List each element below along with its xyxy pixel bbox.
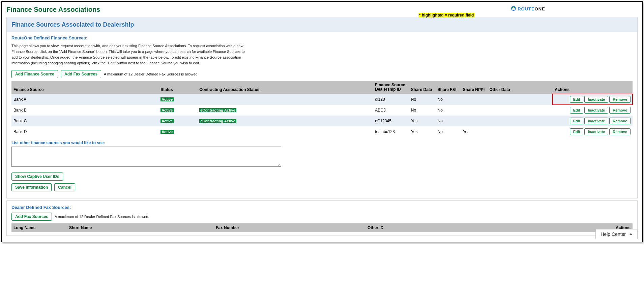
- cell-status: Active: [158, 126, 197, 137]
- th-other-data: Other Data: [487, 81, 553, 94]
- finance-sources-panel: Finance Sources Associated to Dealership…: [6, 17, 638, 198]
- inactivate-button[interactable]: Inactivate: [584, 96, 608, 103]
- table-row: Bank AActivedl123NoNoEditInactivateRemov…: [11, 94, 633, 105]
- cell-sf: No: [436, 116, 461, 126]
- cell-sn: [461, 94, 488, 105]
- cas-badge: eContracting Active: [199, 108, 236, 112]
- add-finance-source-button[interactable]: Add Finance Source: [11, 70, 58, 78]
- help-center-button[interactable]: Help Center: [595, 229, 638, 239]
- required-field-note: * highlighted = required field: [418, 13, 474, 18]
- cell-sn: [461, 105, 488, 116]
- cell-sn: [461, 116, 488, 126]
- fax-max-note: A maximum of 12 Dealer Defined Fax Sourc…: [104, 72, 199, 76]
- cancel-button[interactable]: Cancel: [54, 183, 75, 191]
- cell-status: Active: [158, 94, 197, 105]
- inactivate-button[interactable]: Inactivate: [584, 118, 608, 124]
- status-badge: Active: [160, 97, 174, 101]
- th-short-name: Short Name: [67, 223, 214, 232]
- other-sources-label: List other finance sources you would lik…: [11, 140, 633, 145]
- edit-button[interactable]: Edit: [570, 107, 584, 114]
- cell-cas: eContracting Active: [197, 116, 373, 126]
- remove-button[interactable]: Remove: [609, 118, 631, 124]
- add-fax-sources-button-2[interactable]: Add Fax Sources: [11, 213, 52, 221]
- table-row: Bank CActiveeContracting ActiveeC12345Ye…: [11, 116, 633, 126]
- cell-finance-source: Bank A: [11, 94, 158, 105]
- fax-sources-panel: Dealer Defined Fax Sources: Add Fax Sour…: [6, 200, 638, 236]
- edit-button[interactable]: Edit: [570, 118, 584, 124]
- brand-one: ONE: [535, 6, 545, 11]
- th-share-data: Share Data: [409, 81, 436, 94]
- cell-sd: No: [409, 105, 436, 116]
- cell-did: testabc123: [373, 126, 409, 137]
- add-fax-sources-button[interactable]: Add Fax Sources: [61, 70, 101, 78]
- header-right: ROUTEONE * highlighted = required field: [418, 6, 638, 18]
- th-share-nppi: Share NPPI: [461, 81, 488, 94]
- table-row: Bank DActivetestabc123YesNoYesEditInacti…: [11, 126, 633, 137]
- save-information-button[interactable]: Save Information: [11, 183, 52, 191]
- cell-did: ABCD: [373, 105, 409, 116]
- cell-actions: EditInactivateRemove: [553, 116, 633, 126]
- edit-button[interactable]: Edit: [570, 128, 584, 135]
- cell-od: [487, 116, 553, 126]
- fax-sources-table: Long Name Short Name Fax Number Other ID…: [11, 223, 633, 232]
- panel-title: Finance Sources Associated to Dealership: [11, 21, 633, 28]
- cell-cas: eContracting Active: [197, 105, 373, 116]
- cell-sf: No: [436, 105, 461, 116]
- remove-button[interactable]: Remove: [609, 96, 631, 103]
- status-badge: Active: [160, 130, 174, 134]
- cell-status: Active: [158, 116, 197, 126]
- cell-finance-source: Bank D: [11, 126, 158, 137]
- chevron-up-icon: [629, 233, 633, 235]
- inactivate-button[interactable]: Inactivate: [584, 107, 608, 114]
- cell-sf: No: [436, 94, 461, 105]
- cell-finance-source: Bank B: [11, 105, 158, 116]
- cell-sd: Yes: [409, 116, 436, 126]
- fax-max-note-2: A maximum of 12 Dealer Defined Fax Sourc…: [55, 215, 149, 219]
- show-captive-ids-button[interactable]: Show Captive User IDs: [11, 173, 63, 181]
- th-fax-number: Fax Number: [214, 223, 365, 232]
- help-text: This page allows you to view, request as…: [11, 43, 247, 66]
- cell-actions: EditInactivateRemove: [553, 105, 633, 116]
- th-finance-source: Finance Source: [11, 81, 158, 94]
- finance-sources-table: Finance Source Status Contracting Associ…: [11, 81, 633, 137]
- fax-panel-title: Dealer Defined Fax Sources:: [11, 205, 633, 210]
- cell-actions: EditInactivateRemove: [553, 94, 633, 105]
- table-row: Bank BActiveeContracting ActiveABCDNoNoE…: [11, 105, 633, 116]
- cell-od: [487, 105, 553, 116]
- cell-cas: [197, 94, 373, 105]
- remove-button[interactable]: Remove: [609, 107, 631, 114]
- th-dealership-id: Finance Source Dealership ID: [373, 81, 409, 94]
- cell-sd: Yes: [409, 126, 436, 137]
- cell-status: Active: [158, 105, 197, 116]
- brand-logo: ROUTEONE: [511, 6, 545, 12]
- help-center-label: Help Center: [601, 231, 626, 237]
- routeone-icon: [511, 6, 516, 12]
- status-badge: Active: [160, 108, 174, 112]
- th-status: Status: [158, 81, 197, 94]
- th-cas: Contracting Association Status: [197, 81, 373, 94]
- cell-cas: [197, 126, 373, 137]
- cell-did: dl123: [373, 94, 409, 105]
- edit-button[interactable]: Edit: [570, 96, 584, 103]
- cell-od: [487, 126, 553, 137]
- cell-sd: No: [409, 94, 436, 105]
- subtitle: RouteOne Defined Finance Sources:: [11, 35, 633, 40]
- cell-finance-source: Bank C: [11, 116, 158, 126]
- cell-sn: Yes: [461, 126, 488, 137]
- brand-route: ROUTE: [518, 6, 535, 11]
- remove-button[interactable]: Remove: [609, 128, 631, 135]
- cas-badge: eContracting Active: [199, 119, 236, 123]
- th-long-name: Long Name: [11, 223, 67, 232]
- th-share-fi: Share F&I: [436, 81, 461, 94]
- cell-od: [487, 94, 553, 105]
- inactivate-button[interactable]: Inactivate: [584, 128, 608, 135]
- th-other-id: Other ID: [365, 223, 494, 232]
- status-badge: Active: [160, 119, 174, 123]
- cell-did: eC12345: [373, 116, 409, 126]
- th-actions: Actions: [553, 81, 633, 94]
- cell-actions: EditInactivateRemove: [553, 126, 633, 137]
- cell-sf: No: [436, 126, 461, 137]
- other-sources-textarea[interactable]: [11, 147, 281, 167]
